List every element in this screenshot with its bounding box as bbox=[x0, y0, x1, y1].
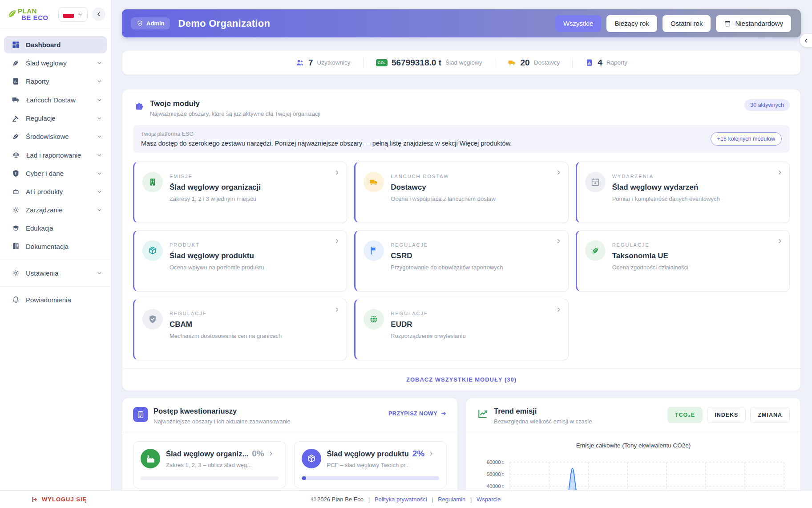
globe-icon bbox=[369, 314, 379, 324]
module-title: Dostawcy bbox=[391, 183, 496, 192]
admin-badge-label: Admin bbox=[146, 20, 164, 27]
sidebar-item-label: Raporty bbox=[26, 77, 49, 85]
support-link[interactable]: Wsparcie bbox=[477, 496, 501, 503]
chevron-right-icon bbox=[428, 451, 434, 457]
filter-niestandardowy-button[interactable]: Niestandardowy bbox=[716, 15, 791, 32]
module-card-dostawcy[interactable]: ŁAŃCUCH DOSTAW Dostawcy Ocena i współpra… bbox=[354, 162, 568, 223]
sidebar-item-cyber-i-dane[interactable]: Cyber i dane bbox=[4, 165, 107, 182]
sidebar-item-edukacja[interactable]: Edukacja bbox=[4, 219, 107, 237]
chevron-down-icon bbox=[97, 60, 102, 66]
module-title: Ślad węglowy wydarzeń bbox=[612, 183, 720, 192]
flag-icon bbox=[369, 246, 379, 256]
sidebar-item-raporty[interactable]: Raporty bbox=[4, 73, 107, 90]
module-card-produkt[interactable]: PRODUKT Ślad węglowy produktu Ocena wpły… bbox=[133, 230, 347, 292]
questionnaires-panel: Postęp kwestionariuszy Najważniejsze obs… bbox=[122, 398, 458, 490]
module-card-taksonomia[interactable]: REGULACJE Taksonomia UE Ocena zgodności … bbox=[576, 230, 790, 292]
users-icon bbox=[295, 58, 304, 67]
sidebar-item-dashboard[interactable]: Dashboard bbox=[4, 36, 107, 53]
chart-y-axis: 60000 t 50000 t 40000 t bbox=[477, 455, 509, 490]
module-subtitle: Mechanizm dostosowania cen na granicach bbox=[170, 333, 282, 339]
filter-biezacy-rok-button[interactable]: Bieżący rok bbox=[606, 15, 657, 32]
trend-tab-tco2e[interactable]: TCO₂E bbox=[667, 407, 703, 423]
chevron-down-icon bbox=[97, 171, 102, 176]
dashboard-icon bbox=[12, 41, 20, 49]
module-card-cbam[interactable]: REGULACJE CBAM Mechanizm dostosowania ce… bbox=[133, 299, 347, 360]
calendar-star-icon bbox=[590, 177, 600, 187]
sidebar-item-ai-i-produkty[interactable]: AI i produkty bbox=[4, 183, 107, 200]
module-category: WYDARZENIA bbox=[612, 174, 720, 179]
sidebar-item-label: Powiadomienia bbox=[26, 296, 71, 304]
stat-suppliers: 20 Dostawcy bbox=[495, 58, 573, 68]
sidebar-item-ustawienia[interactable]: Ustawienia bbox=[4, 264, 107, 282]
sidebar-item-label: Edukacja bbox=[26, 224, 53, 232]
module-card-eudr[interactable]: REGULACJE EUDR Rozporządzenie o wylesian… bbox=[354, 299, 568, 360]
factory-icon bbox=[145, 454, 156, 464]
chevron-down-icon bbox=[97, 97, 102, 103]
more-modules-badge[interactable]: +18 kolejnych modułów bbox=[711, 132, 782, 146]
chevron-down-icon bbox=[97, 78, 102, 84]
filter-label: Niestandardowy bbox=[735, 20, 783, 27]
filter-ostatni-rok-button[interactable]: Ostatni rok bbox=[663, 15, 711, 32]
trend-tab-zmiana[interactable]: ZMIANA bbox=[750, 407, 790, 423]
questionnaire-card-organization[interactable]: Ślad węglowy organiz... 0% Zakres 1, 2, … bbox=[133, 441, 286, 488]
sidebar-collapse-button[interactable] bbox=[92, 8, 105, 21]
module-card-wydarzenia[interactable]: WYDARZENIA Ślad węglowy wydarzeń Pomiar … bbox=[576, 162, 790, 223]
module-title: CBAM bbox=[170, 320, 282, 329]
module-category: PRODUKT bbox=[170, 242, 264, 248]
filter-wszystkie-button[interactable]: Wszystkie bbox=[555, 15, 602, 32]
sidebar-item-powiadomienia[interactable]: Powiadomienia bbox=[4, 291, 107, 309]
stat-value: 7 bbox=[308, 58, 313, 68]
sidebar-item-zarzadzanie[interactable]: Zarządzanie bbox=[4, 201, 107, 219]
logo-text-line2: BE ECO bbox=[21, 14, 48, 21]
chevron-right-icon bbox=[555, 306, 562, 313]
progress-bar bbox=[302, 476, 440, 480]
leaf-icon bbox=[590, 246, 600, 256]
sidebar-item-regulacje[interactable]: Regulacje bbox=[4, 110, 107, 127]
sidebar-item-label: Ustawienia bbox=[26, 269, 58, 277]
privacy-policy-link[interactable]: Polityka prywatności bbox=[375, 496, 427, 503]
stat-label: Raporty bbox=[606, 59, 627, 66]
panel-collapse-button[interactable] bbox=[800, 34, 812, 47]
module-subtitle: Ocena zgodności działalności bbox=[612, 264, 688, 271]
sidebar: PLAN BE ECO Dashboard Ślad węglowy Rapor… bbox=[0, 0, 111, 490]
report-icon bbox=[12, 77, 20, 85]
sidebar-item-label: Regulacje bbox=[26, 114, 56, 122]
book-icon bbox=[12, 242, 20, 251]
terms-link[interactable]: Regulamin bbox=[438, 496, 465, 503]
sidebar-item-lancuch-dostaw[interactable]: Łańcuch Dostaw bbox=[4, 91, 107, 109]
sidebar-item-dokumentacja[interactable]: Dokumentacja bbox=[4, 238, 107, 255]
sidebar-item-srodowiskowe[interactable]: Środowiskowe bbox=[4, 128, 107, 145]
module-category: REGULACJE bbox=[391, 311, 465, 316]
footer: © 2026 Plan Be Eco | Polityka prywatnośc… bbox=[0, 490, 812, 508]
footer-center: © 2026 Plan Be Eco | Polityka prywatnośc… bbox=[0, 496, 812, 503]
module-title: Ślad węglowy organizacji bbox=[170, 183, 261, 192]
chevron-down-icon bbox=[97, 134, 102, 139]
chevron-right-icon bbox=[555, 169, 562, 176]
language-selector[interactable] bbox=[58, 7, 88, 22]
sidebar-item-slad-weglowy[interactable]: Ślad węglowy bbox=[4, 54, 107, 72]
modules-grid: EMISJE Ślad węglowy organizacji Zakresy … bbox=[133, 162, 790, 360]
module-card-csrd[interactable]: REGULACJE CSRD Przygotowanie do obowiązk… bbox=[354, 230, 568, 292]
assign-new-link[interactable]: PRZYPISZ NOWY bbox=[388, 410, 447, 417]
page-title: Demo Organization bbox=[178, 18, 270, 29]
bell-icon bbox=[12, 296, 20, 304]
gear-icon bbox=[12, 206, 20, 214]
module-subtitle: Zakresy 1, 2 i 3 w jednym miejscu bbox=[170, 195, 261, 202]
module-subtitle: Rozporządzenie o wylesianiu bbox=[391, 333, 465, 339]
questionnaire-card-product[interactable]: Ślad węglowy produktu 2% PCF – ślad węgl… bbox=[294, 441, 447, 488]
module-category: REGULACJE bbox=[612, 242, 688, 248]
see-all-modules-link[interactable]: ZOBACZ WSZYSTKIE MODUŁY (30) bbox=[406, 376, 517, 383]
module-card-emisje[interactable]: EMISJE Ślad węglowy organizacji Zakresy … bbox=[133, 162, 347, 223]
leaf-icon bbox=[12, 132, 20, 141]
questionnaire-percent: 0% bbox=[252, 449, 264, 459]
building-icon bbox=[148, 177, 158, 187]
modules-title: Twoje moduły bbox=[150, 99, 320, 108]
sidebar-item-label: Łańcuch Dostaw bbox=[26, 96, 76, 104]
trend-tab-indeks[interactable]: INDEKS bbox=[707, 407, 746, 423]
chevron-right-icon bbox=[268, 451, 274, 457]
gavel-icon bbox=[12, 114, 20, 122]
app-logo[interactable]: PLAN BE ECO bbox=[7, 8, 54, 21]
sidebar-item-lad-i-raportowanie[interactable]: Ład i raportowanie bbox=[4, 146, 107, 164]
chevron-right-icon bbox=[555, 238, 562, 244]
graduation-cap-icon bbox=[12, 224, 20, 232]
